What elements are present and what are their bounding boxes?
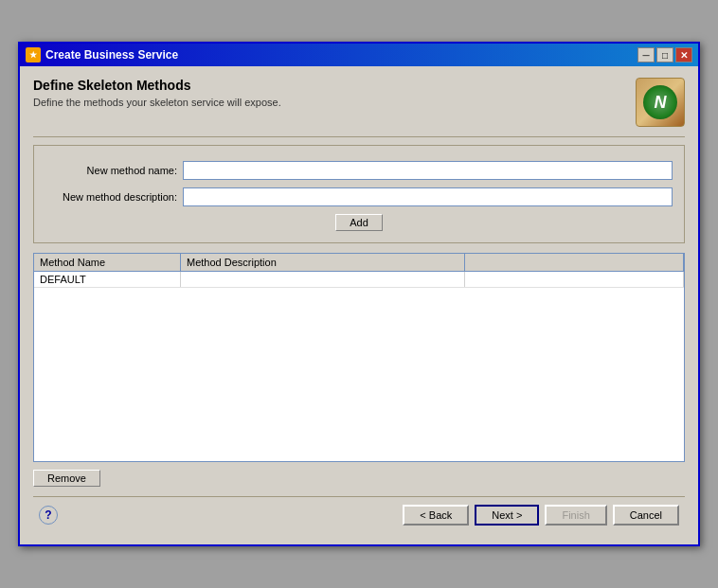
help-button[interactable]: ? (39, 506, 58, 525)
footer-left: ? (39, 506, 58, 525)
col-header-method-desc: Method Description (181, 254, 465, 271)
method-name-row: New method name: (45, 161, 673, 180)
page-title: Define Skeleton Methods (33, 78, 281, 93)
col-header-extra (465, 254, 684, 271)
back-button[interactable]: < Back (403, 505, 469, 526)
content-area: Define Skeleton Methods Define the metho… (20, 66, 698, 544)
finish-button[interactable]: Finish (545, 505, 606, 526)
footer: ? < Back Next > Finish Cancel (33, 496, 685, 533)
add-btn-row: Add (45, 214, 673, 231)
method-name-label: New method name: (45, 165, 183, 176)
methods-table: Method Name Method Description DEFAULT (33, 253, 685, 462)
n-logo-icon: N (643, 85, 677, 119)
remove-row: Remove (33, 470, 685, 487)
title-bar: ★ Create Business Service ─ □ ✕ (20, 44, 698, 66)
method-name-input[interactable] (183, 161, 673, 180)
footer-right: < Back Next > Finish Cancel (403, 505, 679, 526)
table-row[interactable]: DEFAULT (34, 272, 684, 288)
table-header: Method Name Method Description (34, 254, 684, 272)
minimize-button[interactable]: ─ (637, 47, 655, 62)
next-button[interactable]: Next > (475, 505, 539, 526)
method-desc-label: New method description: (45, 191, 183, 203)
method-desc-row: New method description: (45, 187, 673, 206)
header-divider (33, 136, 685, 137)
window-icon: ★ (26, 47, 41, 62)
maximize-button[interactable]: □ (656, 47, 673, 62)
page-subtitle: Define the methods your skeleton service… (33, 97, 281, 108)
cell-method-desc (181, 272, 465, 287)
logo-container: N (636, 78, 685, 127)
header-text: Define Skeleton Methods Define the metho… (33, 78, 281, 108)
title-bar-controls: ─ □ ✕ (637, 47, 692, 62)
method-desc-input[interactable] (183, 187, 673, 206)
col-header-method-name: Method Name (34, 254, 181, 271)
table-body: DEFAULT (34, 272, 684, 461)
title-bar-left: ★ Create Business Service (26, 47, 178, 62)
cell-method-name: DEFAULT (34, 272, 181, 287)
remove-button[interactable]: Remove (33, 470, 100, 487)
add-button[interactable]: Add (335, 214, 383, 231)
header-section: Define Skeleton Methods Define the metho… (33, 78, 685, 127)
main-window: ★ Create Business Service ─ □ ✕ Define S… (18, 42, 700, 546)
cancel-button[interactable]: Cancel (613, 505, 679, 526)
close-button[interactable]: ✕ (675, 47, 692, 62)
window-title: Create Business Service (45, 48, 178, 62)
form-panel: New method name: New method description:… (33, 145, 685, 243)
cell-extra (465, 272, 684, 287)
